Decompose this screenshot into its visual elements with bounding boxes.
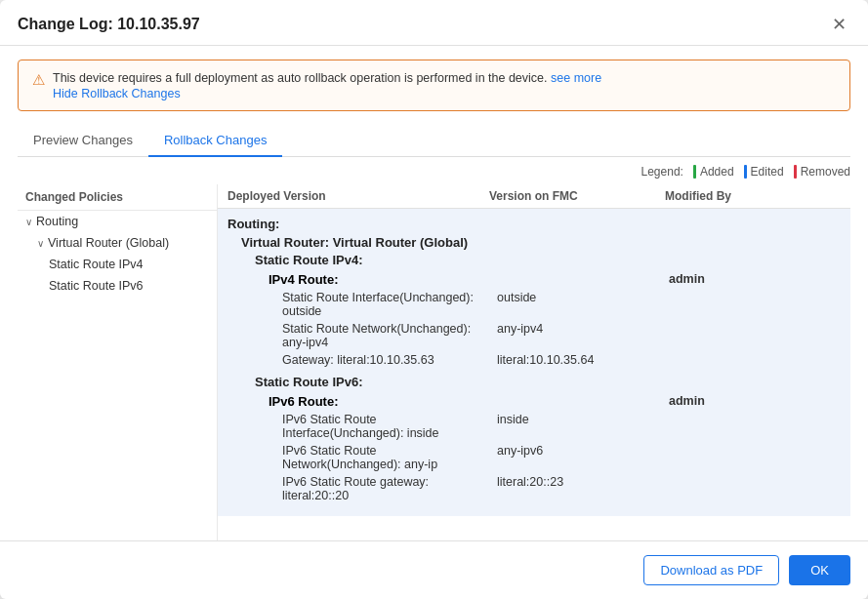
field-5: IPv6 Static Route Network(Unchanged): an… [282,444,497,471]
right-panel: Deployed Version Version on FMC Modified… [218,184,850,540]
modal-header: Change Log: 10.10.35.97 ✕ [0,0,868,46]
close-button[interactable]: ✕ [828,14,850,35]
edited-indicator [744,165,747,179]
tree-static-route-ipv4[interactable]: Static Route IPv4 [18,254,217,275]
ipv6-route-label: IPv6 Route: [269,394,489,409]
field-6: IPv6 Static Route gateway: literal:20::2… [282,475,497,502]
legend-edited: Edited [744,165,784,179]
field-1: Static Route Interface(Unchanged): outsi… [282,291,497,318]
added-indicator [693,165,696,179]
ipv4-modified-by: admin [665,272,841,287]
deployed-4: inside [497,413,673,440]
modal-footer: Download as PDF OK [0,540,868,599]
alert-message: This device requires a full deployment a… [53,71,601,85]
virtual-router-label: Virtual Router: Virtual Router (Global) [241,235,841,250]
ipv6-modified-by: admin [665,394,841,409]
field-4: IPv6 Static Route Interface(Unchanged): … [282,413,497,440]
see-more-link[interactable]: see more [551,71,601,85]
legend-label: Legend: [641,165,683,179]
static-route-ipv4-label: Static Route IPv4: [255,253,841,267]
legend-removed: Removed [794,165,850,179]
table-row: IPv6 Static Route Network(Unchanged): an… [269,442,841,473]
routing-label: Routing: [227,217,841,231]
tab-rollback-changes[interactable]: Rollback Changes [148,125,283,157]
ipv4-route-block: IPv4 Route: admin Static Route Interface… [269,270,841,369]
table-header: Deployed Version Version on FMC Modified… [218,184,850,209]
field-2: Static Route Network(Unchanged): any-ipv… [282,322,497,349]
alert-box: ⚠ This device requires a full deployment… [18,60,850,111]
chevron-down-icon: ∨ [25,217,32,227]
tree-virtual-router[interactable]: ∨ Virtual Router (Global) [18,232,217,254]
deployed-1: outside [497,291,673,318]
warning-icon: ⚠ [32,71,45,89]
col-deployed: Deployed Version [227,189,489,203]
ipv4-route-header: IPv4 Route: admin [269,270,841,289]
legend-row: Legend: Added Edited Removed [18,165,850,179]
left-panel: Changed Policies ∨ Routing ∨ Virtual Rou… [18,184,218,540]
table-content: Routing: Virtual Router: Virtual Router … [218,209,850,516]
col-modified-by: Modified By [665,189,841,203]
removed-indicator [794,165,797,179]
legend-added-label: Added [700,165,734,179]
deployed-6: literal:20::23 [497,475,673,502]
tabs-container: Preview Changes Rollback Changes [18,125,850,157]
ok-button[interactable]: OK [789,555,850,585]
table-row: IPv6 Static Route gateway: literal:20::2… [269,473,841,504]
static-route-ipv4-section: Static Route IPv4: IPv4 Route: admin [255,253,841,369]
left-panel-header: Changed Policies [18,184,217,211]
ipv6-route-header: IPv6 Route: admin [269,392,841,411]
field-3: Gateway: literal:10.10.35.63 [282,353,497,367]
modal-body: ⚠ This device requires a full deployment… [0,46,868,540]
legend-removed-label: Removed [801,165,850,179]
table-row: Static Route Network(Unchanged): any-ipv… [269,320,841,351]
deployed-2: any-ipv4 [497,322,673,349]
tree-routing[interactable]: ∨ Routing [18,211,217,232]
table-row: Static Route Interface(Unchanged): outsi… [269,289,841,320]
change-log-modal: Change Log: 10.10.35.97 ✕ ⚠ This device … [0,0,868,599]
static-route-ipv6-label: Static Route IPv6: [255,375,841,389]
download-pdf-button[interactable]: Download as PDF [643,555,779,585]
main-content: Changed Policies ∨ Routing ∨ Virtual Rou… [18,184,850,540]
tree-static-route-ipv6[interactable]: Static Route IPv6 [18,275,217,297]
deployed-3: literal:10.10.35.64 [497,353,673,367]
deployed-5: any-ipv6 [497,444,673,471]
table-row: Gateway: literal:10.10.35.63 literal:10.… [269,351,841,369]
ipv4-deployed-empty [489,272,665,287]
virtual-router-section: Virtual Router: Virtual Router (Global) … [241,235,841,504]
legend-added: Added [693,165,734,179]
legend-edited-label: Edited [751,165,784,179]
chevron-down-icon-2: ∨ [37,238,44,249]
ipv4-route-label: IPv4 Route: [269,272,489,287]
static-route-ipv6-section: Static Route IPv6: IPv6 Route: admin [255,375,841,504]
modal-title: Change Log: 10.10.35.97 [18,16,200,33]
alert-content: This device requires a full deployment a… [53,70,601,100]
ipv6-route-block: IPv6 Route: admin IPv6 Static Route Inte… [269,392,841,504]
hide-rollback-link[interactable]: Hide Rollback Changes [53,87,601,100]
col-fmc: Version on FMC [489,189,665,203]
table-row: IPv6 Static Route Interface(Unchanged): … [269,411,841,442]
tab-preview-changes[interactable]: Preview Changes [18,125,148,157]
